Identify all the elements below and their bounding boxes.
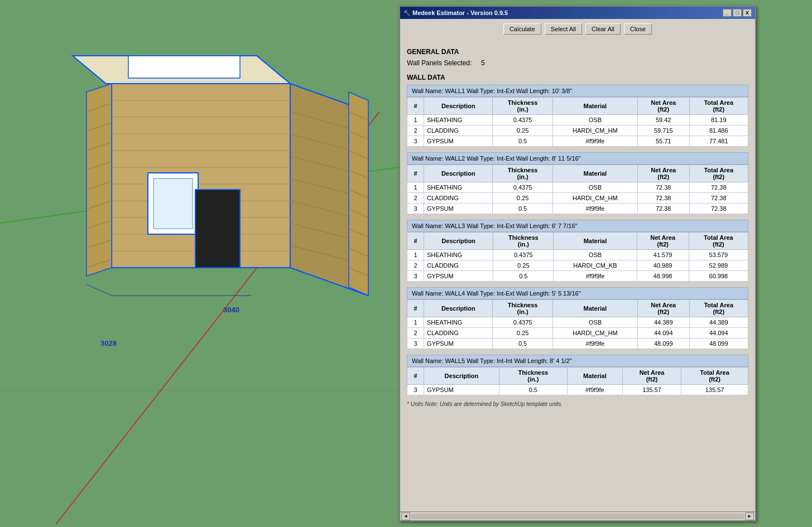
col-header-1: Description [424,300,493,317]
clear-all-button[interactable]: Clear All [585,23,621,35]
cell-2-1: GYPSUM [424,136,493,147]
cell-1-2: 0.25 [493,328,553,339]
col-header-4: Net Area(ft2) [622,368,681,385]
col-header-3: Material [552,98,637,115]
cell-0-2: 0.4375 [493,182,553,193]
col-header-0: # [407,368,424,385]
cell-0-1: SHEATHING [424,115,493,125]
col-header-2: Thickness(in.) [499,368,567,385]
cell-2-0: 3 [407,136,424,147]
col-header-1: Description [424,98,493,115]
wall-panels-label: Wall Panels Selected: [407,59,472,67]
cell-0-2: 0.4375 [493,317,553,328]
col-header-5: Total Area(ft2) [689,98,748,115]
cell-0-4: 135.57 [622,385,681,395]
col-header-4: Net Area(ft2) [637,300,689,317]
scroll-track[interactable] [411,514,744,519]
cell-0-1: SHEATHING [424,182,493,193]
wall-header-wall2: Wall Name: WALL2 Wall Type: Int-Ext Wall… [407,152,748,165]
table-row: 2CLADDING0.25HARDI_CM_HM44.09444.094 [407,328,748,339]
cell-1-1: CLADDING [424,193,493,204]
cell-1-2: 0.25 [493,260,554,271]
col-header-3: Material [554,233,637,250]
cell-1-4: 44.094 [637,328,689,339]
content-area[interactable]: GENERAL DATA Wall Panels Selected: 5 WAL… [400,39,755,511]
col-header-0: # [407,98,424,115]
cell-0-3: #f9f9fe [567,385,622,395]
cell-2-5: 48.099 [689,339,748,349]
wall-header-wall4: Wall Name: WALL4 Wall Type: Int-Ext Wall… [407,287,748,299]
select-all-button[interactable]: Select All [545,23,582,35]
cell-1-0: 2 [407,328,424,339]
wall-header-wall5: Wall Name: WALL5 Wall Type: Int-Int Wall… [407,355,748,367]
cell-2-3: #f9f9fe [552,136,637,147]
svg-rect-51 [195,190,240,268]
cell-2-1: GYPSUM [424,271,493,282]
estimator-window: 🔨 Medeek Estimator - Version 0.9.5 _ □ X… [399,6,756,521]
close-button[interactable]: Close [624,23,652,35]
col-header-5: Total Area(ft2) [689,165,748,182]
title-bar-controls: _ □ X [723,9,752,17]
col-header-1: Description [424,368,499,385]
table-row: 1SHEATHING0.4375OSB59.4281.19 [407,115,748,125]
scroll-left-button[interactable]: ◄ [401,513,410,520]
svg-text:3028: 3028 [100,339,117,347]
cell-0-3: OSB [554,250,637,260]
cell-1-5: 44.094 [689,328,748,339]
cell-2-4: 48.998 [637,271,689,282]
cell-1-1: CLADDING [424,260,493,271]
col-header-2: Thickness(in.) [493,98,553,115]
horizontal-scrollbar[interactable]: ◄ ► [400,511,755,520]
table-row: 3GYPSUM0.5#f9f9fe55.7177.481 [407,136,748,147]
scroll-right-button[interactable]: ► [745,513,754,520]
title-text: Medeek Estimator - Version 0.9.5 [412,9,508,16]
col-header-5: Total Area(ft2) [681,368,748,385]
cell-1-4: 59.715 [637,125,689,136]
wall-section-wall1: Wall Name: WALL1 Wall Type: Int-Ext Wall… [407,85,748,147]
calculate-button[interactable]: Calculate [503,23,541,35]
cell-0-3: OSB [552,182,637,193]
cell-0-4: 44.389 [637,317,689,328]
cell-0-5: 72.38 [689,182,748,193]
col-header-3: Material [567,368,622,385]
cell-0-1: SHEATHING [424,250,493,260]
cell-0-0: 1 [407,317,424,328]
table-row: 1SHEATHING0.4375OSB44.38944.389 [407,317,748,328]
cell-2-5: 60.998 [689,271,748,282]
wall-table-wall3: #DescriptionThickness(in.)MaterialNet Ar… [407,232,748,282]
table-row: 2CLADDING0.25HARDI_CM_HM59.71581.486 [407,125,748,136]
minimize-button[interactable]: _ [723,9,732,17]
col-header-2: Thickness(in.) [493,300,553,317]
maximize-button[interactable]: □ [733,9,742,17]
title-bar: 🔨 Medeek Estimator - Version 0.9.5 _ □ X [400,7,755,19]
wall-panels-row: Wall Panels Selected: 5 [407,59,748,67]
cell-0-1: SHEATHING [424,317,493,328]
wall-data-title: WALL DATA [407,74,748,81]
cell-1-3: HARDI_CM_HM [552,328,637,339]
cell-1-1: CLADDING [424,328,493,339]
cell-2-5: 72.38 [689,204,748,214]
cell-1-1: CLADDING [424,125,493,136]
wall-section-wall2: Wall Name: WALL2 Wall Type: Int-Ext Wall… [407,152,748,214]
cell-1-3: HARDI_CM_HM [552,125,637,136]
cell-1-4: 40.989 [637,260,689,271]
cell-0-4: 72.38 [637,182,689,193]
cell-0-2: 0.4375 [493,115,553,125]
cell-1-0: 2 [407,260,424,271]
cell-1-5: 81.486 [689,125,748,136]
col-header-5: Total Area(ft2) [689,233,748,250]
cell-0-1: GYPSUM [424,385,499,395]
app-icon: 🔨 [403,10,410,16]
col-header-0: # [407,300,424,317]
cell-0-5: 53.579 [689,250,748,260]
close-window-button[interactable]: X [743,9,752,17]
walls-container: Wall Name: WALL1 Wall Type: Int-Ext Wall… [407,85,748,395]
cell-0-5: 44.389 [689,317,748,328]
col-header-4: Net Area(ft2) [637,165,689,182]
cell-1-4: 72.38 [637,193,689,204]
cell-2-3: #f9f9fe [554,271,637,282]
cell-1-0: 2 [407,125,424,136]
wall-section-wall4: Wall Name: WALL4 Wall Type: Int-Ext Wall… [407,287,748,349]
cell-2-1: GYPSUM [424,204,493,214]
svg-rect-30 [153,178,193,229]
